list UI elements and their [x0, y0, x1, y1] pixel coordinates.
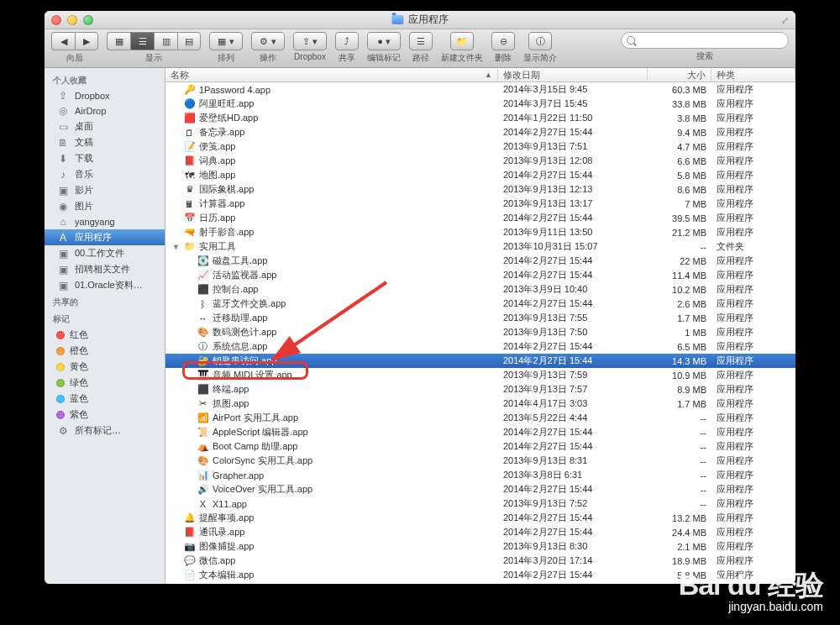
fullscreen-button[interactable]: ⤢	[779, 14, 790, 26]
col-name[interactable]: 名称▲	[165, 68, 498, 81]
table-row[interactable]: 🔔提醒事项.app2014年2月27日 15:4413.2 MB应用程序	[165, 511, 795, 525]
table-row[interactable]: 📶AirPort 实用工具.app2013年5月22日 4:44--应用程序	[165, 411, 795, 425]
tags-button[interactable]: ● ▾	[367, 32, 401, 50]
file-size: 24.4 MB	[648, 528, 711, 538]
tag-label: 橙色	[70, 344, 88, 357]
sidebar-item[interactable]: ♪音乐	[45, 166, 165, 182]
table-row[interactable]: XX11.app2013年9月13日 7:52--应用程序	[165, 496, 795, 511]
table-row[interactable]: ᛒ蓝牙文件交换.app2014年2月27日 15:442.6 MB应用程序	[165, 297, 795, 311]
search-field[interactable]	[621, 32, 789, 49]
titlebar[interactable]: 应用程序 ⤢	[45, 11, 795, 29]
sidebar-item[interactable]: ▣01.Oracle资料…	[45, 277, 165, 293]
table-row[interactable]: ✂抓图.app2014年4月17日 3:031.7 MB应用程序	[165, 397, 795, 411]
file-date: 2013年9月13日 7:57	[498, 383, 648, 396]
file-kind: 应用程序	[711, 369, 795, 381]
path-button[interactable]: ☰	[409, 32, 433, 50]
sidebar-item[interactable]: ⇪Dropbox	[45, 88, 165, 103]
zoom-button[interactable]	[83, 15, 93, 25]
tag-label: 绿色	[70, 376, 88, 389]
sidebar-item[interactable]: ▣招聘相关文件	[45, 261, 165, 277]
tag-item[interactable]: 绿色	[45, 375, 165, 391]
table-row[interactable]: 🎨数码测色计.app2013年9月13日 7:501 MB应用程序	[165, 325, 795, 339]
sidebar-item[interactable]: ▭桌面	[45, 118, 165, 134]
all-tags[interactable]: ⚙ 所有标记…	[45, 423, 165, 439]
table-row[interactable]: 🔐钥匙串访问.app2014年2月27日 15:4414.3 MB应用程序	[165, 354, 795, 368]
sidebar-item[interactable]: ◉图片	[45, 198, 165, 214]
tag-item[interactable]: 蓝色	[45, 391, 165, 407]
sidebar-icon: ⇪	[56, 90, 70, 102]
list-view-button[interactable]: ☰	[130, 32, 154, 50]
table-row[interactable]: ⬛控制台.app2013年3月9日 10:4010.2 MB应用程序	[165, 282, 795, 297]
col-kind[interactable]: 种类	[711, 68, 795, 81]
disclosure-triangle[interactable]: ▼	[172, 243, 180, 251]
close-button[interactable]	[51, 15, 61, 25]
col-size[interactable]: 大小	[648, 68, 711, 81]
file-size: 7 MB	[648, 199, 711, 209]
sidebar-item[interactable]: ⬇下载	[45, 150, 165, 166]
file-kind: 应用程序	[711, 340, 795, 353]
table-row[interactable]: 📝便笺.app2013年9月13日 7:514.7 MB应用程序	[165, 139, 795, 154]
table-row[interactable]: ▼📁实用工具2013年10月31日 15:07--文件夹	[165, 239, 795, 254]
arrange-button[interactable]: ▦ ▾	[209, 32, 243, 50]
delete-button[interactable]: ⊖	[491, 32, 515, 50]
table-row[interactable]: 💽磁盘工具.app2014年2月27日 15:4422 MB应用程序	[165, 254, 795, 268]
col-date[interactable]: 修改日期	[498, 68, 648, 81]
tag-dot	[56, 395, 65, 403]
file-date: 2014年3月15日 9:45	[498, 83, 648, 96]
table-row[interactable]: 🔫射手影音.app2013年9月11日 13:5021.2 MB应用程序	[165, 225, 795, 239]
file-list[interactable]: 🔑1Password 4.app2014年3月15日 9:4560.3 MB应用…	[165, 82, 795, 584]
table-row[interactable]: 📊Grapher.app2013年3月8日 6:31--应用程序	[165, 468, 795, 482]
file-date: 2014年2月27日 15:44	[498, 526, 648, 538]
table-row[interactable]: 📈活动监视器.app2014年2月27日 15:4411.4 MB应用程序	[165, 268, 795, 282]
file-icon: 🔔	[183, 512, 196, 524]
get-info-button[interactable]: ⓘ	[528, 32, 552, 50]
new-folder-button[interactable]: 📁	[450, 32, 474, 50]
sidebar-item[interactable]: ▣00.工作文件	[45, 245, 165, 261]
share-button[interactable]: ⤴	[335, 32, 359, 50]
table-row[interactable]: 🎨ColorSync 实用工具.app2013年9月13日 8:31--应用程序	[165, 454, 795, 468]
table-row[interactable]: 🔊VoiceOver 实用工具.app2014年2月27日 15:44--应用程…	[165, 482, 795, 496]
sidebar-item[interactable]: ◎AirDrop	[45, 103, 165, 118]
table-row[interactable]: 📕词典.app2013年9月13日 12:086.6 MB应用程序	[165, 154, 795, 168]
column-view-button[interactable]: ▥	[154, 32, 177, 50]
file-size: 21.2 MB	[648, 228, 711, 238]
table-row[interactable]: 🟥爱壁纸HD.app2014年1月22日 11:503.8 MB应用程序	[165, 111, 795, 125]
coverflow-view-button[interactable]: ▤	[177, 32, 201, 50]
file-name: 控制台.app	[213, 283, 258, 296]
table-row[interactable]: 🗒备忘录.app2014年2月27日 15:449.4 MB应用程序	[165, 125, 795, 139]
forward-button[interactable]: ▶	[75, 32, 98, 50]
sidebar-item[interactable]: ⌂yangyang	[45, 214, 165, 229]
table-row[interactable]: 🖩计算器.app2013年9月13日 13:177 MB应用程序	[165, 197, 795, 211]
table-row[interactable]: 🎹音频 MIDI 设置.app2013年9月13日 7:5910.9 MB应用程…	[165, 368, 795, 382]
file-icon: 📄	[183, 569, 196, 581]
table-row[interactable]: 📷图像捕捉.app2013年9月13日 8:302.1 MB应用程序	[165, 539, 795, 554]
tag-item[interactable]: 紫色	[45, 407, 165, 423]
tag-item[interactable]: 橙色	[45, 343, 165, 359]
file-kind: 应用程序	[711, 412, 795, 424]
minimize-button[interactable]	[67, 15, 77, 25]
table-row[interactable]: 📕通讯录.app2014年2月27日 15:4424.4 MB应用程序	[165, 525, 795, 539]
search-input[interactable]	[638, 35, 783, 45]
sidebar-item[interactable]: ▣影片	[45, 182, 165, 198]
table-row[interactable]: 🗺地图.app2014年2月27日 15:445.8 MB应用程序	[165, 168, 795, 182]
sidebar-icon: ◎	[56, 105, 70, 117]
table-row[interactable]: ⓘ系统信息.app2014年2月27日 15:446.5 MB应用程序	[165, 339, 795, 354]
file-icon: 📷	[183, 540, 196, 553]
table-row[interactable]: 📅日历.app2014年2月27日 15:4439.5 MB应用程序	[165, 211, 795, 225]
icon-view-button[interactable]: ▦	[107, 32, 130, 50]
table-row[interactable]: ♛国际象棋.app2013年9月13日 12:138.6 MB应用程序	[165, 182, 795, 197]
table-row[interactable]: 🔑1Password 4.app2014年3月15日 9:4560.3 MB应用…	[165, 82, 795, 97]
table-row[interactable]: 📜AppleScript 编辑器.app2014年2月27日 15:44--应用…	[165, 425, 795, 439]
sidebar-item-label: 影片	[75, 184, 93, 197]
table-row[interactable]: ⬛终端.app2013年9月13日 7:578.9 MB应用程序	[165, 382, 795, 397]
action-button[interactable]: ⚙ ▾	[251, 32, 285, 50]
table-row[interactable]: ↔迁移助理.app2013年9月13日 7:551.7 MB应用程序	[165, 311, 795, 325]
sidebar-item[interactable]: 🗎文稿	[45, 134, 165, 150]
back-button[interactable]: ◀	[51, 32, 75, 50]
sidebar-item[interactable]: A应用程序	[45, 229, 165, 245]
tag-item[interactable]: 黄色	[45, 359, 165, 375]
tag-item[interactable]: 红色	[45, 327, 165, 343]
dropbox-button[interactable]: ⇪ ▾	[293, 32, 327, 50]
table-row[interactable]: ⛺Boot Camp 助理.app2014年2月27日 15:44--应用程序	[165, 439, 795, 454]
table-row[interactable]: 🔵阿里旺旺.app2014年3月7日 15:4533.8 MB应用程序	[165, 97, 795, 111]
